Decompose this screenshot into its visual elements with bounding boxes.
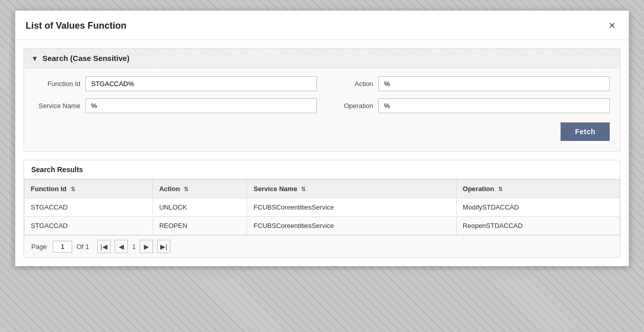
function-id-label: Function Id: [34, 80, 80, 88]
function-id-group: Function Id: [34, 76, 317, 91]
results-table: Function Id ⇅ Action ⇅ Service Name ⇅: [24, 179, 620, 235]
search-section-header[interactable]: ▼ Search (Case Sensitive): [24, 49, 620, 68]
current-page-display: 1: [132, 243, 136, 251]
table-row[interactable]: STGACCADUNLOCKFCUBSCoreentitiesServiceMo…: [25, 198, 620, 217]
chevron-down-icon: ▼: [31, 54, 38, 63]
results-header: Search Results: [24, 160, 620, 179]
column-header-service-name[interactable]: Service Name ⇅: [247, 180, 456, 198]
page-label: Page: [31, 243, 47, 251]
sort-icon-function-id: ⇅: [71, 186, 75, 192]
operation-input[interactable]: [378, 98, 610, 113]
modal-header: List of Values Function ×: [15, 11, 629, 40]
table-row[interactable]: STGACCADREOPENFCUBSCoreentitiesServiceRe…: [25, 217, 620, 235]
service-name-group: Service Name: [34, 98, 317, 113]
function-id-input[interactable]: [85, 76, 317, 91]
modal-title: List of Values Function: [26, 20, 126, 31]
action-group: Action: [327, 76, 610, 91]
action-label: Action: [327, 80, 373, 88]
table-cell-action: REOPEN: [153, 217, 247, 235]
sort-icon-action: ⇅: [184, 186, 188, 192]
prev-page-button[interactable]: ◀: [115, 240, 128, 253]
pagination-bar: Page Of 1 |◀ ◀ 1 ▶ ▶|: [24, 235, 620, 257]
search-form: Function Id Action Service Name Operatio…: [24, 68, 620, 151]
results-section: Search Results Function Id ⇅ Action ⇅: [24, 160, 620, 258]
operation-group: Operation: [327, 98, 610, 113]
form-row-2: Service Name Operation: [34, 98, 610, 113]
service-name-label: Service Name: [34, 102, 80, 110]
search-section: ▼ Search (Case Sensitive) Function Id Ac…: [24, 48, 620, 152]
modal-dialog: List of Values Function × ▼ Search (Case…: [15, 10, 629, 266]
first-page-button[interactable]: |◀: [97, 240, 111, 253]
page-number-input[interactable]: [53, 241, 72, 253]
table-cell-action: UNLOCK: [153, 198, 247, 217]
close-button[interactable]: ×: [606, 19, 618, 32]
operation-label: Operation: [327, 102, 373, 110]
service-name-input[interactable]: [85, 98, 317, 113]
sort-icon-service-name: ⇅: [301, 186, 306, 192]
fetch-row: Fetch: [34, 120, 610, 141]
fetch-button[interactable]: Fetch: [561, 122, 610, 141]
action-input[interactable]: [378, 76, 610, 91]
table-cell-function_id: STGACCAD: [25, 198, 153, 217]
sort-icon-operation: ⇅: [498, 186, 503, 192]
table-header-row: Function Id ⇅ Action ⇅ Service Name ⇅: [25, 180, 620, 198]
column-header-operation[interactable]: Operation ⇅: [456, 180, 619, 198]
search-section-title: Search (Case Sensitive): [42, 54, 130, 63]
page-of-label: Of 1: [76, 243, 89, 251]
table-cell-service_name: FCUBSCoreentitiesService: [247, 198, 456, 217]
modal-overlay: List of Values Function × ▼ Search (Case…: [0, 0, 644, 332]
table-cell-operation: ReopenSTDACCAD: [456, 217, 619, 235]
next-page-button[interactable]: ▶: [140, 240, 153, 253]
last-page-button[interactable]: ▶|: [157, 240, 170, 253]
column-header-action[interactable]: Action ⇅: [153, 180, 247, 198]
table-cell-function_id: STGACCAD: [25, 217, 153, 235]
table-cell-service_name: FCUBSCoreentitiesService: [247, 217, 456, 235]
column-header-function-id[interactable]: Function Id ⇅: [25, 180, 153, 198]
form-row-1: Function Id Action: [34, 76, 610, 91]
table-cell-operation: ModifySTDACCAD: [456, 198, 619, 217]
